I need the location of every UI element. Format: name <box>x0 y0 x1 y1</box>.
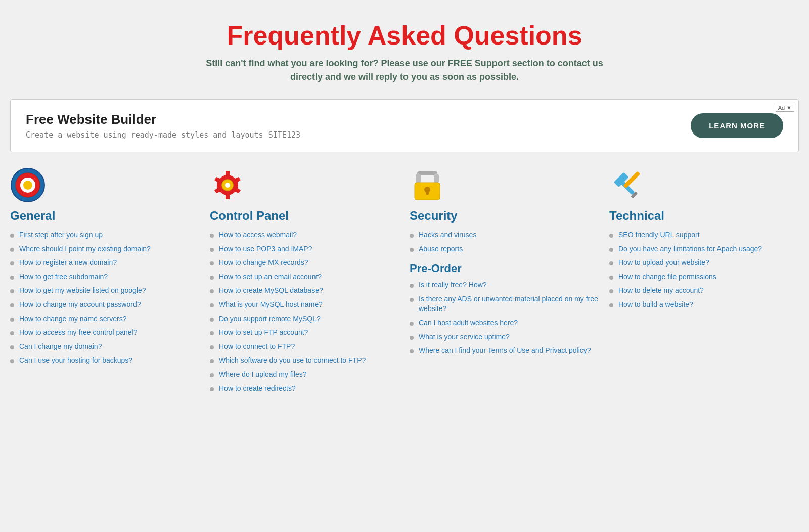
list-item[interactable]: What is your service uptime? <box>410 332 599 342</box>
svg-rect-8 <box>434 173 439 184</box>
faq-list-control-panel: How to access webmail?How to use POP3 an… <box>210 230 399 393</box>
list-item[interactable]: How to set up an email account? <box>210 272 399 282</box>
svg-point-3 <box>23 181 32 190</box>
list-item[interactable]: How to change MX records? <box>210 258 399 268</box>
list-item[interactable]: Can I use your hosting for backups? <box>10 356 200 366</box>
tools-icon <box>609 167 645 203</box>
list-item[interactable]: SEO friendly URL support <box>609 230 799 240</box>
list-item[interactable]: How to change my name servers? <box>10 314 200 324</box>
list-item[interactable]: How to access webmail? <box>210 230 399 240</box>
faq-column-technical: TechnicalSEO friendly URL supportDo you … <box>609 167 799 397</box>
list-item[interactable]: How to upload your website? <box>609 258 799 268</box>
list-item[interactable]: Where do I upload my files? <box>210 370 399 380</box>
list-item[interactable]: First step after you sign up <box>10 230 200 240</box>
list-item[interactable]: Can I host adult websites here? <box>410 318 599 328</box>
list-item[interactable]: How to change file permissions <box>609 272 799 282</box>
list-item[interactable]: How to register a new domain? <box>10 258 200 268</box>
list-item[interactable]: Where can I find your Terms of Use and P… <box>410 346 599 356</box>
list-item[interactable]: Is there any ADS or unwanted material pl… <box>410 294 599 314</box>
svg-point-5 <box>225 183 230 188</box>
list-item[interactable]: Do you support remote MySQL? <box>210 314 399 324</box>
list-item[interactable]: How to set up FTP account? <box>210 328 399 338</box>
ad-content: Free Website Builder Create a website us… <box>26 112 300 140</box>
faq-list-security: Hacks and virusesAbuse reports <box>410 230 599 254</box>
sub-category-title-pre-order: Pre-Order <box>410 262 599 275</box>
list-item[interactable]: Abuse reports <box>410 244 599 254</box>
list-item[interactable]: How to create redirects? <box>210 384 399 394</box>
list-item[interactable]: How to change my account password? <box>10 300 200 310</box>
list-item[interactable]: How to get free subdomain? <box>10 272 200 282</box>
list-item[interactable]: How to use POP3 and IMAP? <box>210 244 399 254</box>
list-item[interactable]: How to get my website listed on google? <box>10 286 200 296</box>
ad-description: Create a website using ready-made styles… <box>26 130 300 140</box>
category-title-control-panel: Control Panel <box>210 209 399 223</box>
chevron-down-icon: ▼ <box>786 105 792 111</box>
list-item[interactable]: How to access my free control panel? <box>10 328 200 338</box>
list-item[interactable]: How to connect to FTP? <box>210 342 399 352</box>
list-item[interactable]: How to delete my account? <box>609 286 799 296</box>
page-title: Frequently Asked Questions <box>10 20 799 51</box>
faq-list-general: First step after you sign upWhere should… <box>10 230 200 366</box>
target-icon <box>10 167 46 203</box>
ad-banner: Ad ▼ Free Website Builder Create a websi… <box>10 99 799 152</box>
ad-heading: Free Website Builder <box>26 112 300 127</box>
gear-icon <box>210 167 245 203</box>
list-item[interactable]: Is it really free? How? <box>410 280 599 290</box>
faq-list-technical: SEO friendly URL supportDo you have any … <box>609 230 799 310</box>
category-title-security: Security <box>410 209 599 223</box>
svg-rect-11 <box>426 190 429 195</box>
page-subtitle: Still can't find what you are looking fo… <box>202 57 607 84</box>
lock-icon <box>410 167 445 203</box>
svg-rect-7 <box>416 173 421 184</box>
category-title-general: General <box>10 209 200 223</box>
list-item[interactable]: What is your MySQL host name? <box>210 300 399 310</box>
faq-grid: GeneralFirst step after you sign upWhere… <box>10 167 799 397</box>
list-item[interactable]: Hacks and viruses <box>410 230 599 240</box>
faq-column-security: SecurityHacks and virusesAbuse reportsPr… <box>410 167 599 397</box>
learn-more-button[interactable]: LEARN MORE <box>691 113 783 138</box>
page-header: Frequently Asked Questions Still can't f… <box>10 10 799 99</box>
list-item[interactable]: Which software do you use to connect to … <box>210 356 399 366</box>
faq-column-control-panel: Control PanelHow to access webmail?How t… <box>210 167 399 397</box>
list-item[interactable]: How to create MySQL database? <box>210 286 399 296</box>
list-item[interactable]: Do you have any limitations for Apach us… <box>609 244 799 254</box>
faq-column-general: GeneralFirst step after you sign upWhere… <box>10 167 200 397</box>
list-item[interactable]: Where should I point my existing domain? <box>10 244 200 254</box>
ad-label: Ad ▼ <box>776 104 794 112</box>
category-title-technical: Technical <box>609 209 799 223</box>
list-item[interactable]: How to build a website? <box>609 300 799 310</box>
list-item[interactable]: Can I change my domain? <box>10 342 200 352</box>
faq-list-pre-order: Is it really free? How?Is there any ADS … <box>410 280 599 356</box>
